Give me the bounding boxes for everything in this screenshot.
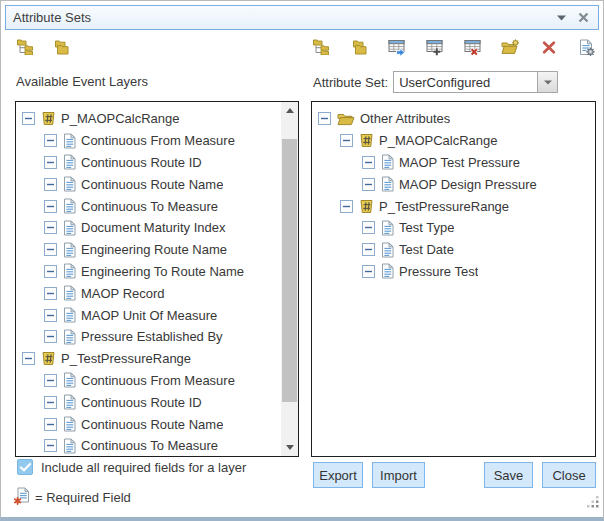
tree-item[interactable]: Continuous Route ID bbox=[16, 152, 281, 174]
toolbar-right-group bbox=[311, 38, 596, 56]
tree-item[interactable]: Pressure Test bbox=[312, 261, 595, 283]
tree-item[interactable]: Continuous To Measure bbox=[16, 195, 281, 217]
collapse-minus-icon[interactable] bbox=[318, 112, 331, 125]
tree-item-label[interactable]: Continuous Route Name bbox=[81, 177, 223, 192]
scroll-down-icon[interactable] bbox=[281, 439, 298, 456]
close-icon[interactable] bbox=[578, 12, 589, 23]
table-arrow-icon[interactable] bbox=[387, 38, 406, 56]
tree-item-label[interactable]: Continuous Route ID bbox=[81, 155, 202, 170]
tree-item-label[interactable]: MAOP Test Pressure bbox=[399, 155, 520, 170]
titlebar[interactable]: Attribute Sets bbox=[5, 5, 599, 30]
tree-item-label[interactable]: Continuous From Measure bbox=[81, 133, 235, 148]
tree-item[interactable]: MAOP Unit Of Measure bbox=[16, 304, 281, 326]
collapse-minus-icon[interactable] bbox=[44, 330, 57, 343]
tree-item-label[interactable]: Engineering Route Name bbox=[81, 242, 227, 257]
tree-item-label[interactable]: MAOP Unit Of Measure bbox=[81, 308, 217, 323]
scroll-up-icon[interactable] bbox=[281, 102, 298, 119]
include-required-fields-checkbox[interactable] bbox=[17, 459, 33, 475]
tree-item[interactable]: P_MAOPCalcRange bbox=[16, 108, 281, 130]
tree-item[interactable]: Continuous To Measure bbox=[16, 435, 281, 457]
scrollbar-thumb[interactable] bbox=[282, 139, 297, 402]
tree-item-label[interactable]: Other Attributes bbox=[360, 111, 450, 126]
collapse-minus-icon[interactable] bbox=[44, 287, 57, 300]
doc-icon bbox=[381, 220, 394, 236]
tree-item-label[interactable]: Continuous Route Name bbox=[81, 417, 223, 432]
export-button[interactable]: Export bbox=[313, 462, 363, 488]
tree-item[interactable]: P_MAOPCalcRange bbox=[312, 130, 595, 152]
tree-item-label[interactable]: MAOP Record bbox=[81, 286, 165, 301]
resize-grip[interactable] bbox=[587, 494, 599, 512]
collapse-minus-icon[interactable] bbox=[44, 178, 57, 191]
tree-item[interactable]: Continuous From Measure bbox=[16, 370, 281, 392]
collapse-minus-icon[interactable] bbox=[362, 178, 375, 191]
tree-item-label[interactable]: P_MAOPCalcRange bbox=[379, 133, 498, 148]
tree-item[interactable]: Engineering To Route Name bbox=[16, 261, 281, 283]
tree-item-label[interactable]: Continuous To Measure bbox=[81, 438, 218, 453]
tree-folders-icon[interactable] bbox=[311, 38, 330, 56]
tree-item-label[interactable]: MAOP Design Pressure bbox=[399, 177, 537, 192]
tree-item[interactable]: P_TestPressureRange bbox=[16, 348, 281, 370]
collapse-minus-icon[interactable] bbox=[44, 134, 57, 147]
collapse-minus-icon[interactable] bbox=[362, 243, 375, 256]
tree-item[interactable]: Engineering Route Name bbox=[16, 239, 281, 261]
tree-item-label[interactable]: Engineering To Route Name bbox=[81, 264, 244, 279]
tree-item-label[interactable]: P_MAOPCalcRange bbox=[61, 111, 180, 126]
tree-item[interactable]: Document Maturity Index bbox=[16, 217, 281, 239]
table-add-icon[interactable] bbox=[425, 38, 444, 56]
tree-item[interactable]: P_TestPressureRange bbox=[312, 195, 595, 217]
collapse-minus-icon[interactable] bbox=[44, 396, 57, 409]
tree-item[interactable]: Continuous Route Name bbox=[16, 173, 281, 195]
collapse-minus-icon[interactable] bbox=[340, 134, 353, 147]
tree-item-label[interactable]: Test Type bbox=[399, 220, 454, 235]
folder-gear-icon[interactable] bbox=[501, 38, 520, 56]
tree-item[interactable]: MAOP Record bbox=[16, 282, 281, 304]
collapse-minus-icon[interactable] bbox=[44, 439, 57, 452]
close-button[interactable]: Close bbox=[542, 462, 596, 488]
save-button[interactable]: Save bbox=[484, 462, 533, 488]
tree-item-label[interactable]: Test Date bbox=[399, 242, 454, 257]
tree-item[interactable]: MAOP Design Pressure bbox=[312, 173, 595, 195]
tree-item[interactable]: Pressure Established By bbox=[16, 326, 281, 348]
tree-item[interactable]: Test Date bbox=[312, 239, 595, 261]
folders-icon[interactable] bbox=[349, 38, 368, 56]
collapse-minus-icon[interactable] bbox=[362, 156, 375, 169]
tree-item[interactable]: Continuous From Measure bbox=[16, 130, 281, 152]
collapse-minus-icon[interactable] bbox=[44, 265, 57, 278]
tree-item[interactable]: Test Type bbox=[312, 217, 595, 239]
collapse-minus-icon[interactable] bbox=[362, 265, 375, 278]
layer-icon bbox=[41, 111, 56, 126]
collapse-minus-icon[interactable] bbox=[44, 309, 57, 322]
tree-item-label[interactable]: Pressure Established By bbox=[81, 329, 223, 344]
collapse-minus-icon[interactable] bbox=[44, 374, 57, 387]
import-button[interactable]: Import bbox=[372, 462, 425, 488]
tree-item-label[interactable]: Pressure Test bbox=[399, 264, 478, 279]
collapse-minus-icon[interactable] bbox=[44, 156, 57, 169]
folders-icon[interactable] bbox=[51, 38, 70, 56]
table-remove-icon[interactable] bbox=[463, 38, 482, 56]
tree-item[interactable]: Other Attributes bbox=[312, 108, 595, 130]
vertical-scrollbar[interactable] bbox=[281, 102, 298, 456]
dropdown-arrow-icon[interactable] bbox=[537, 72, 557, 92]
caret-down-icon[interactable] bbox=[557, 15, 566, 21]
tree-item[interactable]: Continuous Route Name bbox=[16, 413, 281, 435]
collapse-minus-icon[interactable] bbox=[44, 418, 57, 431]
collapse-minus-icon[interactable] bbox=[340, 200, 353, 213]
collapse-minus-icon[interactable] bbox=[44, 243, 57, 256]
collapse-minus-icon[interactable] bbox=[22, 352, 35, 365]
tree-item-label[interactable]: Continuous From Measure bbox=[81, 373, 235, 388]
tree-item[interactable]: Continuous Route ID bbox=[16, 391, 281, 413]
tree-item-label[interactable]: Continuous Route ID bbox=[81, 395, 202, 410]
collapse-minus-icon[interactable] bbox=[44, 221, 57, 234]
tree-item-label[interactable]: P_TestPressureRange bbox=[379, 199, 509, 214]
attribute-set-dropdown[interactable]: UserConfigured bbox=[393, 71, 558, 93]
tree-item-label[interactable]: Document Maturity Index bbox=[81, 220, 226, 235]
collapse-minus-icon[interactable] bbox=[362, 221, 375, 234]
document-gear-icon[interactable] bbox=[577, 38, 596, 56]
delete-x-icon[interactable] bbox=[539, 38, 558, 56]
collapse-minus-icon[interactable] bbox=[22, 112, 35, 125]
tree-item-label[interactable]: Continuous To Measure bbox=[81, 199, 218, 214]
tree-item[interactable]: MAOP Test Pressure bbox=[312, 152, 595, 174]
tree-folders-icon[interactable] bbox=[15, 38, 34, 56]
tree-item-label[interactable]: P_TestPressureRange bbox=[61, 351, 191, 366]
collapse-minus-icon[interactable] bbox=[44, 200, 57, 213]
